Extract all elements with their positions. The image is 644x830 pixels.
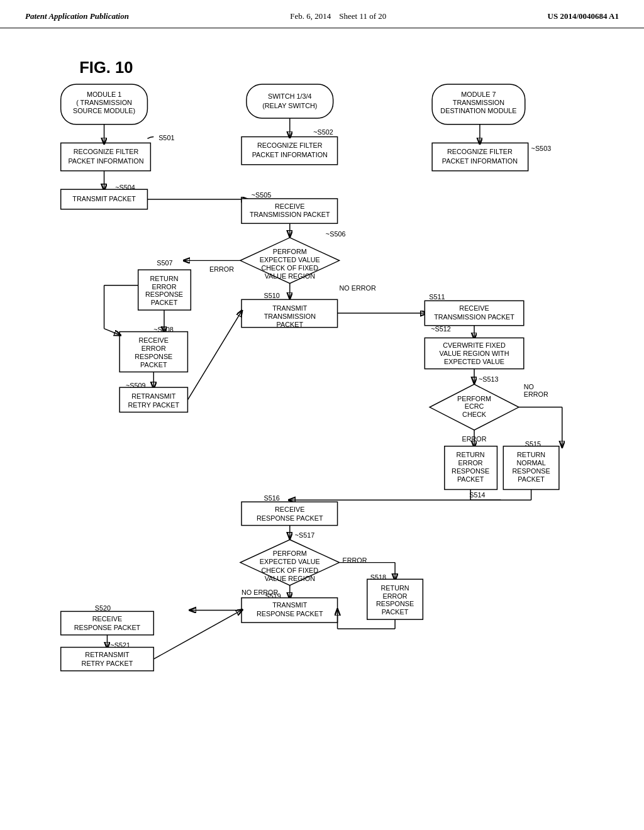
svg-text:RECEIVE: RECEIVE bbox=[139, 336, 169, 344]
svg-text:PACKET: PACKET bbox=[151, 299, 178, 306]
svg-text:~S502: ~S502 bbox=[313, 128, 333, 136]
svg-text:~S503: ~S503 bbox=[531, 145, 552, 152]
svg-text:~S513: ~S513 bbox=[479, 375, 499, 383]
svg-text:RETURN: RETURN bbox=[517, 451, 545, 458]
svg-text:MODULE 1: MODULE 1 bbox=[87, 91, 121, 98]
svg-text:SOURCE MODULE): SOURCE MODULE) bbox=[73, 107, 135, 114]
svg-text:TRANSMISSION PACKET: TRANSMISSION PACKET bbox=[434, 313, 514, 321]
svg-text:TRANSMIT PACKET: TRANSMIT PACKET bbox=[72, 195, 136, 202]
svg-text:EXPECTED VALUE: EXPECTED VALUE bbox=[260, 256, 320, 263]
svg-text:RETURN: RETURN bbox=[150, 275, 178, 282]
fig-label: FIG. 10 bbox=[79, 58, 133, 76]
svg-text:RESPONSE: RESPONSE bbox=[376, 600, 414, 607]
svg-text:MODULE 7: MODULE 7 bbox=[461, 91, 496, 98]
svg-text:ERROR: ERROR bbox=[383, 592, 408, 600]
svg-text:RESPONSE PACKET: RESPONSE PACKET bbox=[257, 610, 323, 617]
svg-text:RECEIVE: RECEIVE bbox=[275, 506, 304, 513]
svg-text:~S506: ~S506 bbox=[326, 230, 346, 238]
svg-text:TRANSMIT: TRANSMIT bbox=[272, 601, 308, 609]
svg-text:NORMAL: NORMAL bbox=[516, 459, 545, 467]
svg-text:CHECK OF FIXED: CHECK OF FIXED bbox=[261, 264, 318, 272]
header-right: US 2014/0040684 A1 bbox=[548, 11, 619, 21]
svg-text:RESPONSE: RESPONSE bbox=[452, 467, 489, 475]
svg-text:ECRC: ECRC bbox=[465, 402, 484, 410]
svg-text:SWITCH 1/3/4: SWITCH 1/3/4 bbox=[268, 92, 312, 100]
svg-text:RECEIVE: RECEIVE bbox=[92, 615, 122, 622]
svg-text:RECOGNIZE FILTER: RECOGNIZE FILTER bbox=[74, 148, 139, 155]
page-header: Patent Application Publication Feb. 6, 2… bbox=[0, 0, 644, 28]
retransmit1-box bbox=[119, 387, 187, 412]
svg-text:ERROR: ERROR bbox=[458, 459, 483, 467]
svg-text:RESPONSE: RESPONSE bbox=[145, 290, 183, 298]
svg-text:S514: S514 bbox=[469, 491, 485, 499]
svg-text:S501: S501 bbox=[158, 134, 174, 141]
svg-text:PACKET: PACKET bbox=[140, 361, 167, 368]
svg-text:RESPONSE PACKET: RESPONSE PACKET bbox=[74, 624, 141, 631]
svg-text:ERROR: ERROR bbox=[152, 283, 176, 290]
svg-text:RESPONSE: RESPONSE bbox=[513, 467, 550, 475]
svg-text:PACKET: PACKET bbox=[457, 475, 484, 483]
svg-text:~S505: ~S505 bbox=[252, 191, 272, 199]
svg-text:NO: NO bbox=[524, 383, 534, 390]
svg-text:RESPONSE PACKET: RESPONSE PACKET bbox=[257, 514, 323, 522]
svg-text:RETRANSMIT: RETRANSMIT bbox=[85, 651, 130, 658]
svg-text:PACKET INFORMATION: PACKET INFORMATION bbox=[68, 157, 143, 165]
svg-text:EXPECTED VALUE: EXPECTED VALUE bbox=[260, 558, 320, 565]
diagram-area: FIG. 10 MODULE 1 ( TRANSMISSION SOURCE M… bbox=[0, 28, 644, 821]
svg-text:RETURN: RETURN bbox=[381, 584, 409, 592]
svg-text:S510: S510 bbox=[264, 292, 279, 299]
svg-text:TRANSMISSION PACKET: TRANSMISSION PACKET bbox=[250, 211, 330, 218]
svg-text:VALUE REGION: VALUE REGION bbox=[265, 272, 315, 280]
svg-text:NO ERROR: NO ERROR bbox=[340, 284, 376, 292]
svg-text:PERFORM: PERFORM bbox=[457, 395, 491, 402]
svg-text:PACKET: PACKET bbox=[277, 321, 304, 328]
svg-text:RETRY PACKET: RETRY PACKET bbox=[128, 401, 179, 409]
header-center: Feb. 6, 2014 Sheet 11 of 20 bbox=[290, 11, 386, 21]
svg-text:S507: S507 bbox=[157, 259, 172, 267]
svg-text:RECOGNIZE FILTER: RECOGNIZE FILTER bbox=[257, 141, 323, 149]
svg-text:PACKET: PACKET bbox=[518, 475, 545, 483]
svg-text:S520: S520 bbox=[95, 604, 111, 612]
switch134-box bbox=[247, 84, 333, 118]
svg-text:CHECK OF FIXED: CHECK OF FIXED bbox=[261, 567, 318, 574]
svg-line-121 bbox=[153, 610, 242, 659]
svg-text:ERROR: ERROR bbox=[209, 265, 234, 273]
svg-text:CVERWRITE FIXED: CVERWRITE FIXED bbox=[443, 341, 506, 349]
svg-text:TRANSMISSION: TRANSMISSION bbox=[264, 313, 316, 320]
svg-text:PERFORM: PERFORM bbox=[273, 550, 307, 557]
svg-text:S516: S516 bbox=[264, 494, 279, 502]
svg-text:DESTINATION MODULE: DESTINATION MODULE bbox=[440, 107, 516, 114]
svg-text:RECEIVE: RECEIVE bbox=[459, 304, 489, 312]
svg-text:S511: S511 bbox=[429, 293, 445, 301]
flowchart-svg: FIG. 10 MODULE 1 ( TRANSMISSION SOURCE M… bbox=[19, 41, 623, 821]
svg-text:RETURN: RETURN bbox=[457, 451, 485, 458]
svg-text:~S517: ~S517 bbox=[295, 531, 315, 539]
svg-text:PERFORM: PERFORM bbox=[273, 248, 307, 255]
svg-line-127 bbox=[104, 329, 120, 335]
svg-text:RETRY PACKET: RETRY PACKET bbox=[82, 660, 133, 667]
svg-text:TRANSMIT: TRANSMIT bbox=[272, 304, 308, 312]
svg-text:ERROR: ERROR bbox=[142, 345, 166, 352]
svg-text:PACKET INFORMATION: PACKET INFORMATION bbox=[252, 151, 328, 158]
svg-text:RESPONSE: RESPONSE bbox=[135, 353, 172, 360]
svg-text:(RELAY SWITCH): (RELAY SWITCH) bbox=[262, 102, 317, 109]
svg-text:RECOGNIZE FILTER: RECOGNIZE FILTER bbox=[447, 148, 513, 155]
svg-text:PACKET: PACKET bbox=[382, 608, 409, 616]
svg-text:ERROR: ERROR bbox=[524, 390, 548, 398]
svg-text:VALUE REGION: VALUE REGION bbox=[265, 575, 315, 582]
header-left: Patent Application Publication bbox=[25, 11, 129, 21]
svg-text:RETRANSMIT: RETRANSMIT bbox=[131, 392, 176, 400]
svg-text:~S512: ~S512 bbox=[431, 325, 451, 333]
svg-text:PACKET INFORMATION: PACKET INFORMATION bbox=[442, 157, 518, 165]
svg-text:EXPECTED VALUE: EXPECTED VALUE bbox=[444, 358, 504, 365]
svg-line-90 bbox=[187, 311, 242, 400]
svg-text:CHECK: CHECK bbox=[462, 411, 487, 418]
svg-text:RECEIVE: RECEIVE bbox=[275, 202, 304, 210]
svg-text:( TRANSMISSION: ( TRANSMISSION bbox=[76, 99, 132, 106]
svg-text:VALUE REGION WITH: VALUE REGION WITH bbox=[440, 350, 509, 357]
svg-text:TRANSMISSION: TRANSMISSION bbox=[453, 99, 504, 106]
